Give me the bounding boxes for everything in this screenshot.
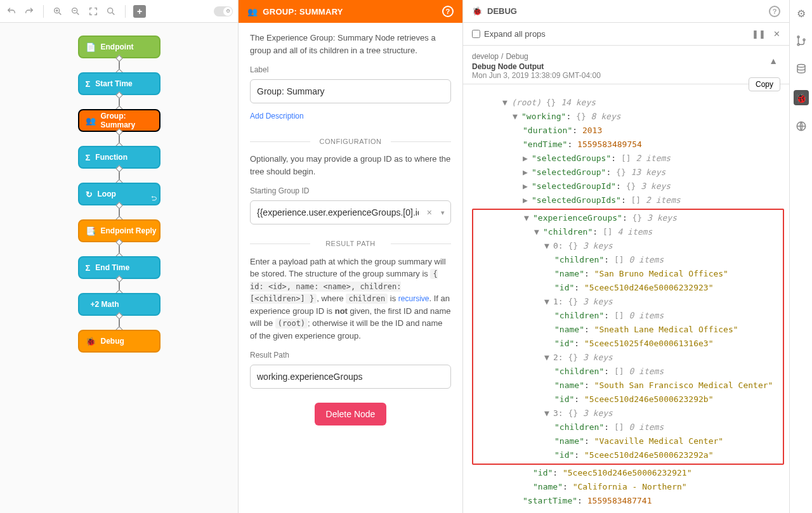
result-path-input[interactable] [250,365,451,389]
node-connector [119,132,120,146]
people-icon: 👥 [247,7,258,16]
settings-toggle[interactable] [214,6,233,16]
copy-button[interactable]: Copy [749,77,780,91]
fit-icon[interactable] [87,5,100,18]
recursive-link[interactable]: recursive [398,294,429,303]
node-label: Endpoint [101,42,134,51]
node-icon: Σ [86,79,91,89]
result-path-label: Result Path [250,349,451,361]
loop-badge-icon: ⮌ [151,195,157,202]
editor-header: 👥 Group: Summary ? [239,0,462,23]
starting-group-input[interactable] [250,200,451,224]
node-label: Loop [98,190,116,198]
node-label: Group: Summary [101,112,159,129]
node-icon: 🐞 [86,337,96,346]
node-connector [119,316,120,330]
node-icon: 📄 [86,42,96,52]
canvas-toolbar: + [0,0,238,23]
editor-intro: The Experience Group: Summary Node retri… [250,32,451,56]
config-divider: CONFIGURATION [250,136,451,147]
debug-rail-icon[interactable]: 🐞 [794,90,809,105]
undo-icon[interactable] [5,5,18,18]
bug-icon: 🐞 [472,6,482,16]
node-label: Endpoint Reply [101,226,157,235]
delete-node-button[interactable]: Delete Node [315,403,387,425]
node-label: +2 Math [91,300,119,309]
collapse-icon[interactable]: ▲ [769,56,778,66]
node-icon: Σ [86,153,91,162]
svg-point-2 [108,8,113,13]
node-label: Debug [101,337,124,346]
globe-icon[interactable] [794,119,808,133]
node-icon: ↻ [86,190,93,199]
highlighted-region: ▼"experienceGroups": {} 3 keys▼"children… [472,209,784,465]
svg-point-6 [797,65,805,68]
side-rail: ⚙ 🐞 [789,0,812,513]
label-input[interactable] [250,79,451,103]
node-icon: 👥 [86,116,96,126]
node-connector [119,95,120,109]
help-icon[interactable]: ? [442,6,454,17]
result-divider: RESULT PATH [250,238,451,249]
debug-output-title: Debug Node Output [472,62,780,71]
node-icon: 📑 [86,226,96,236]
node-label: Start Time [95,79,132,88]
close-icon[interactable]: ✕ [773,29,780,39]
node-connector [119,58,120,72]
add-node-icon[interactable]: + [133,5,146,18]
expand-props-checkbox[interactable] [472,30,480,38]
zoom-search-icon[interactable] [105,5,117,18]
node-icon: Σ [86,263,91,273]
gear-icon[interactable]: ⚙ [794,6,808,20]
debug-help-icon[interactable]: ? [769,6,780,17]
debug-header: 🐞 Debug ? [463,0,789,23]
pause-icon[interactable]: ❚❚ [752,29,766,39]
debug-timestamp: Mon Jun 3, 2019 13:38:09 GMT-04:00 [472,71,780,80]
workflow-canvas[interactable]: 📄EndpointΣStart Time👥Group: SummaryΣFunc… [0,23,238,513]
zoom-in-icon[interactable] [51,5,64,18]
starting-group-label: Starting Group ID [250,185,451,197]
redo-icon[interactable] [23,5,36,18]
editor-title: Group: Summary [263,7,343,16]
label-field-label: Label [250,64,451,75]
node-connector [119,242,120,256]
add-description-link[interactable]: Add Description [250,112,304,120]
node-label: End Time [95,263,129,272]
workflow-node[interactable]: 🐞Debug [78,330,160,353]
branch-icon[interactable] [794,34,808,48]
breadcrumb: develop/Debug [472,52,780,61]
svg-point-5 [797,44,799,46]
debug-title: Debug [487,6,517,16]
clear-icon[interactable]: × [427,206,432,219]
debug-tree[interactable]: ▼(root) {} 14 keys▼"working": {} 8 keys"… [463,84,789,513]
node-connector [119,169,120,183]
database-icon[interactable] [794,62,808,76]
node-connector [119,205,120,219]
chevron-down-icon[interactable]: ▾ [441,207,445,218]
result-text: Enter a payload path at which the group … [250,256,451,342]
expand-props-label: Expand all props [484,29,546,39]
config-text: Optionally, you may provide a group ID a… [250,153,451,178]
zoom-out-icon[interactable] [69,5,82,18]
node-connector [119,279,120,293]
node-label: Function [95,153,128,162]
